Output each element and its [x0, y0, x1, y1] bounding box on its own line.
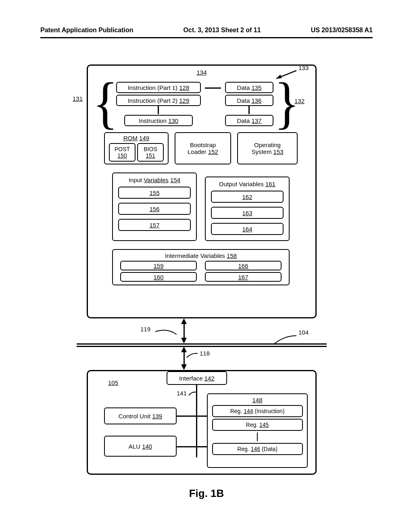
bus-line-bottom — [77, 346, 327, 347]
brace-left-icon: { — [93, 74, 118, 132]
connector — [158, 106, 159, 114]
leader-curve-icon — [153, 328, 179, 339]
ref-141: 141 — [177, 390, 187, 397]
connector — [177, 446, 196, 447]
connector — [248, 106, 250, 114]
header-right: US 2013/0258358 A1 — [311, 27, 373, 34]
diagram: 134 Instruction (Part 1) 128 Instruction… — [40, 64, 373, 500]
input-variables-box: Input Variables 154 155 156 157 — [112, 172, 197, 241]
figure-caption: Fig. 1B — [40, 487, 373, 500]
ref-118: 118 — [200, 350, 210, 357]
connector — [205, 87, 221, 89]
ref-105: 105 — [108, 379, 118, 386]
ref-132: 132 — [294, 98, 305, 104]
intermediate-variables-box: Intermediate Variables 158 159 160 166 1… — [112, 249, 290, 285]
instruction-box: Instruction 130 — [124, 115, 193, 126]
ref-119: 119 — [140, 326, 150, 332]
interface-box: Interface 142 — [167, 371, 227, 385]
instruction-part2-box: Instruction (Part 2) 129 — [116, 95, 201, 106]
arrow-down-icon — [181, 364, 187, 370]
svg-marker-1 — [276, 75, 282, 79]
bootstrap-box: Bootstrap Loader 152 — [175, 132, 231, 164]
os-box: Operating System 153 — [237, 132, 298, 164]
instruction-part1-box: Instruction (Part 1) 128 — [116, 82, 201, 93]
leader-curve-icon — [270, 334, 298, 346]
leader-curve-icon — [188, 391, 197, 398]
header-left: Patent Application Publication — [40, 27, 133, 34]
arrow-up-icon — [181, 318, 187, 324]
connector — [197, 446, 207, 447]
ref-104: 104 — [298, 329, 309, 336]
rom-box: ROM 149 POST150 BIOS151 — [104, 132, 169, 164]
connector — [177, 416, 196, 417]
header-rule — [40, 37, 373, 38]
data-137-box: Data 137 — [225, 115, 273, 126]
register-group-box: 148 Reg. 144 (Instruction) Reg. 145 Reg.… — [207, 393, 308, 468]
header-center: Oct. 3, 2013 Sheet 2 of 11 — [184, 27, 261, 34]
alu-box: ALU 140 — [104, 436, 177, 457]
ref-133: 133 — [298, 64, 309, 71]
leader-curve-icon — [186, 351, 200, 360]
cpu-module-box: 105 Interface 142 141 Control Unit 139 A… — [87, 370, 317, 475]
page: Patent Application Publication Oct. 3, 2… — [0, 0, 413, 532]
data-136-box: Data 136 — [225, 95, 273, 106]
ref-131: 131 — [73, 95, 83, 102]
connector — [197, 416, 207, 417]
output-variables-box: Output Variables 161 162 163 164 — [205, 177, 290, 241]
arrow-down-icon — [181, 338, 187, 343]
leader-arrow-icon — [270, 69, 298, 81]
control-unit-box: Control Unit 139 — [104, 407, 177, 424]
data-135-box: Data 135 — [225, 82, 273, 93]
page-header: Patent Application Publication Oct. 3, 2… — [40, 27, 373, 34]
